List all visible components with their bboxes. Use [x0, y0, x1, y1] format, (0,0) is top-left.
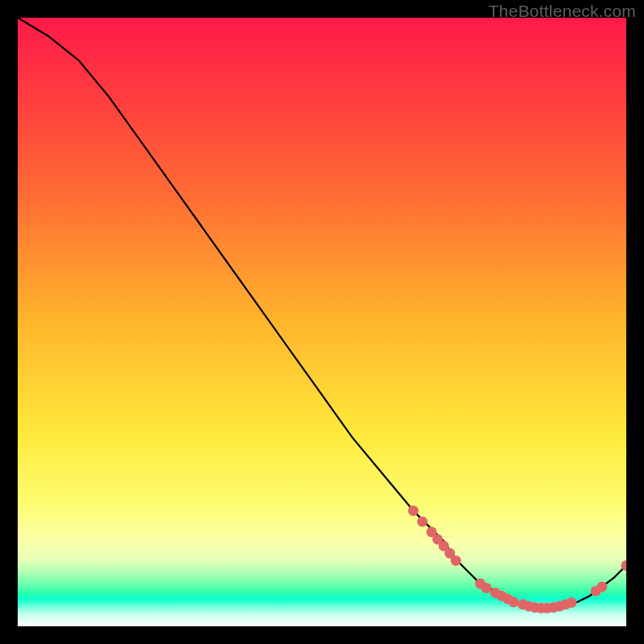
watermark-text: TheBottleneck.com: [489, 2, 636, 21]
data-point: [408, 506, 419, 516]
data-point: [481, 583, 492, 593]
data-point: [567, 597, 577, 608]
data-point: [417, 517, 427, 527]
data-point: [451, 555, 461, 566]
plot-area: [18, 18, 626, 626]
data-markers: [408, 506, 626, 613]
chart-svg: [18, 18, 626, 626]
data-point: [597, 581, 607, 592]
bottleneck-curve: [18, 18, 626, 608]
chart-frame: TheBottleneck.com: [0, 0, 644, 644]
data-point: [509, 597, 519, 607]
